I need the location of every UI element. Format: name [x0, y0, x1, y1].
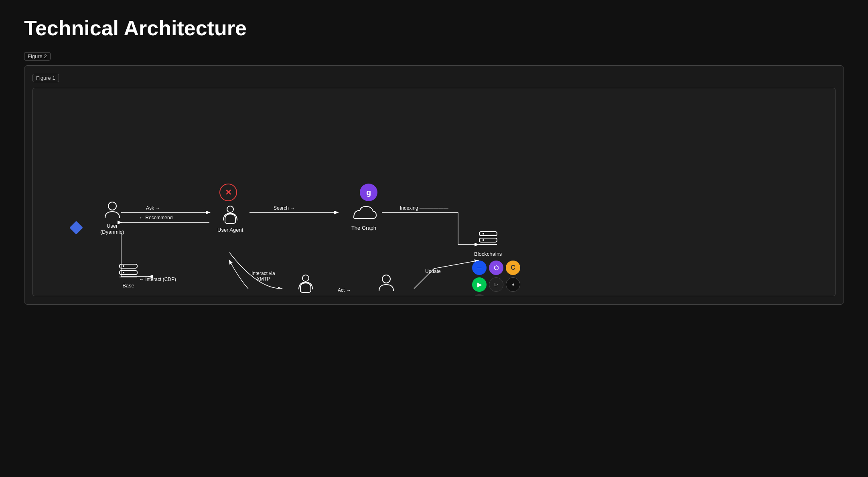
- page-title: Technical Architecture: [24, 16, 844, 40]
- inner-frame: User(Dyanmic) Ask → ← Recommend ✕ User A…: [32, 88, 836, 296]
- figure1-label: Figure 1: [32, 74, 59, 82]
- blockchains-node: Blockchains: [474, 228, 502, 257]
- svg-rect-20: [120, 271, 137, 275]
- the-graph-label: The Graph: [351, 225, 376, 231]
- svg-rect-14: [479, 232, 497, 236]
- check-icon: ✓: [472, 294, 487, 296]
- lens-icon: L·: [489, 277, 503, 292]
- base-icon: —: [472, 261, 487, 275]
- svg-point-21: [123, 265, 124, 267]
- user-agent-node: User Agent: [217, 204, 243, 233]
- svg-point-16: [483, 233, 484, 234]
- svg-point-22: [123, 272, 124, 273]
- base-label: Base: [122, 283, 134, 289]
- svg-point-24: [302, 275, 309, 281]
- svg-point-12: [108, 202, 116, 210]
- act-label: Act →: [338, 287, 351, 293]
- the-graph-node: The Graph: [350, 202, 378, 231]
- dynamic-logo: [69, 220, 83, 236]
- svg-point-13: [227, 206, 233, 212]
- architecture-svg: [33, 88, 835, 289]
- outer-frame: Figure 1: [24, 65, 844, 305]
- blockchain-icons: — ⬡ C ▶ L· ✲ ✓: [472, 261, 520, 296]
- svg-rect-11: [69, 221, 83, 234]
- user-label: User(Dyanmic): [100, 223, 124, 235]
- user-agent-label: User Agent: [217, 227, 243, 233]
- svg-rect-15: [479, 238, 497, 242]
- svg-point-17: [483, 239, 484, 241]
- xmtp-top-logo: ✕: [219, 184, 237, 201]
- user-node: User(Dyanmic): [100, 200, 124, 235]
- recommend-label: ← Recommend: [139, 215, 172, 220]
- svg-point-25: [382, 275, 390, 283]
- indexing-label: Indexing ——————: [400, 205, 448, 211]
- interact-cdp-label: ← Interact (CDP): [139, 277, 176, 282]
- search-label: Search →: [274, 205, 295, 211]
- blockchains-label: Blockchains: [474, 251, 502, 257]
- polygon-icon: ⬡: [489, 261, 503, 275]
- ask-label: Ask →: [146, 205, 160, 211]
- merchant-node: Merchant: [375, 273, 397, 296]
- xmtp-interact-label: Interact viaXMTP: [251, 271, 275, 282]
- svg-line-10: [434, 261, 478, 269]
- base-node: Base: [116, 263, 140, 289]
- merchant-agents-label: Merchant'sAgents: [293, 296, 318, 296]
- merchant-label: Merchant: [375, 296, 397, 296]
- compound-icon: C: [506, 261, 520, 275]
- worldcoin-icon: ✲: [506, 277, 520, 292]
- figure2-label: Figure 2: [24, 52, 51, 61]
- merchant-agents-node: Merchant'sAgents: [293, 273, 318, 296]
- graph-logo: g: [360, 184, 377, 201]
- update-label: Update: [425, 269, 441, 274]
- green-icon: ▶: [472, 277, 487, 292]
- svg-rect-19: [120, 264, 137, 268]
